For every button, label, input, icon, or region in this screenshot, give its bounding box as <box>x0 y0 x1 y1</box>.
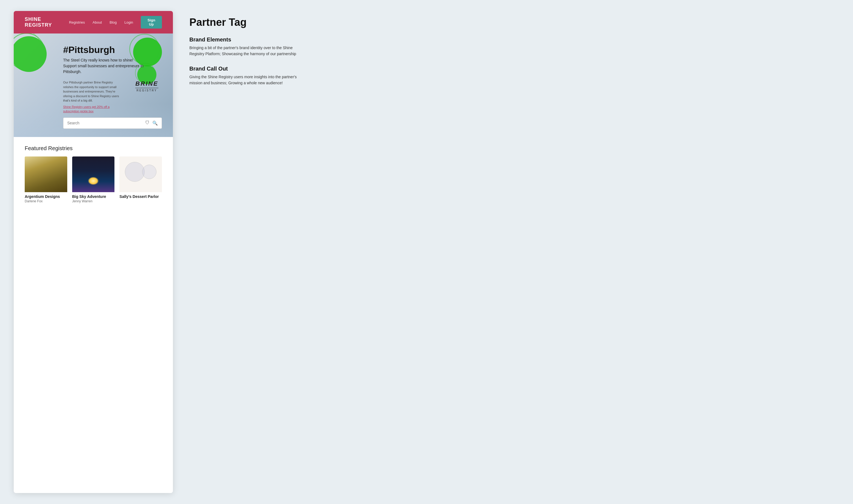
hero-section: #Pittsburgh The Steel City really knows … <box>14 34 173 137</box>
site-logo: SHINE REGISTRY <box>25 16 69 28</box>
site-header: SHINE REGISTRY Registries About Blog Log… <box>14 11 173 34</box>
card-author-2: Jenny Warren <box>72 199 115 203</box>
nav-login[interactable]: Login <box>124 20 133 24</box>
hero-title: #Pittsburgh <box>63 44 162 55</box>
search-input[interactable] <box>67 121 143 125</box>
card-name-3: Sally's Dessert Parlor <box>120 194 162 199</box>
brine-logo-main: BRINE <box>135 80 158 87</box>
partner-tag-title: Partner Tag <box>189 16 839 28</box>
card-name-2: Big Sky Adventure <box>72 194 115 199</box>
annotation-title-brand-callout: Brand Call Out <box>189 66 839 72</box>
annotation-brand-elements: Brand Elements Bringing a bit of the par… <box>189 37 839 57</box>
card-name-1: Argentium Designs <box>25 194 67 199</box>
annotations-panel: Partner Tag Brand Elements Bringing a bi… <box>173 0 853 504</box>
site-nav: Registries About Blog Login Sign Up <box>69 16 162 29</box>
card-author-1: Darlene Fox <box>25 199 67 203</box>
nav-registries[interactable]: Registries <box>69 20 85 24</box>
registry-cards: Argentium Designs Darlene Fox Big Sky Ad… <box>25 157 162 203</box>
annotation-desc-brand-callout: Giving the Shine Registry users more ins… <box>189 74 305 86</box>
annotation-desc-brand-elements: Bringing a bit of the partner's brand id… <box>189 45 305 57</box>
registry-card-3[interactable]: Sally's Dessert Parlor <box>120 157 162 203</box>
partner-logo-area: BRINE REGISTRY <box>132 80 162 92</box>
card-image-1 <box>25 157 67 192</box>
hero-subtitle-line1: The Steel City really knows how to shine… <box>63 57 162 63</box>
featured-section: Featured Registries Argentium Designs Da… <box>14 137 173 214</box>
search-bar: ⛉ 🔍 <box>63 118 162 129</box>
annotation-title-brand-elements: Brand Elements <box>189 37 839 43</box>
nav-about[interactable]: About <box>92 20 102 24</box>
filter-icon[interactable]: ⛉ <box>145 121 149 126</box>
search-icons: ⛉ 🔍 <box>145 121 158 126</box>
partner-info: Our Pittsburgh partner Brine Registry re… <box>63 80 162 114</box>
card-image-2 <box>72 157 115 192</box>
card-image-3 <box>120 157 162 192</box>
partner-description: Our Pittsburgh partner Brine Registry re… <box>63 80 124 114</box>
hero-subtitle-line2: Support small businesses and entrepreneu… <box>63 63 162 75</box>
brine-logo: BRINE REGISTRY <box>135 80 158 92</box>
partner-promo-link[interactable]: Shine Registry users get 20% off a subsc… <box>63 105 124 114</box>
browser-mockup: SHINE REGISTRY Registries About Blog Log… <box>14 11 173 493</box>
hero-subtitle: The Steel City really knows how to shine… <box>63 57 162 75</box>
registry-card-2[interactable]: Big Sky Adventure Jenny Warren <box>72 157 115 203</box>
registry-card-1[interactable]: Argentium Designs Darlene Fox <box>25 157 67 203</box>
annotation-brand-callout: Brand Call Out Giving the Shine Registry… <box>189 66 839 86</box>
hero-content: #Pittsburgh The Steel City really knows … <box>25 44 162 129</box>
search-icon[interactable]: 🔍 <box>152 121 158 126</box>
signup-button[interactable]: Sign Up <box>141 16 162 29</box>
featured-title: Featured Registries <box>25 145 162 151</box>
nav-blog[interactable]: Blog <box>109 20 117 24</box>
brine-logo-sub: REGISTRY <box>135 88 158 92</box>
